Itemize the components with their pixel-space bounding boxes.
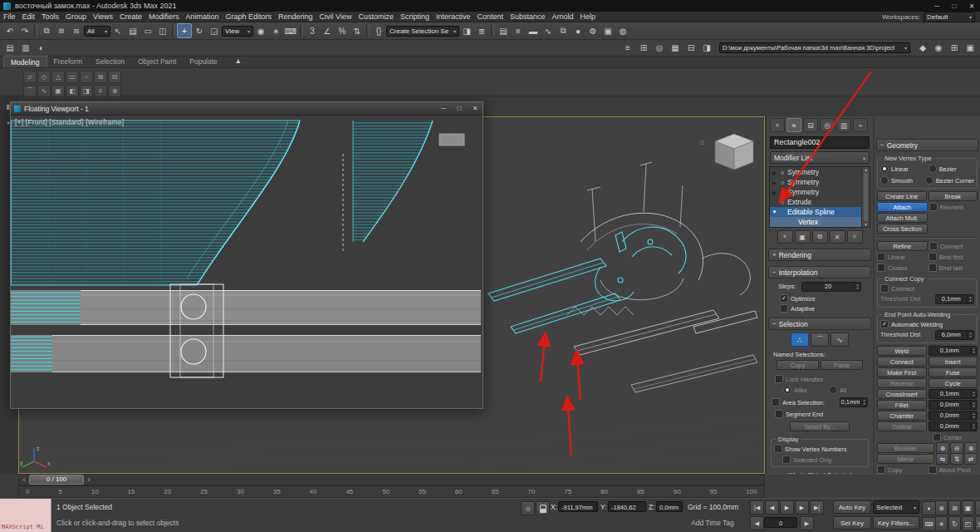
select-and-move-icon[interactable]: + bbox=[177, 23, 192, 38]
rectangular-selection-region-icon[interactable]: ▭ bbox=[140, 23, 155, 38]
ribbon-tool-icon[interactable]: ⌒ bbox=[23, 85, 37, 97]
floating-viewport-window[interactable]: Floating Viewport - 1 ─□✕ [+] [Front] [S… bbox=[10, 101, 483, 409]
ribbon-tab-populate[interactable]: Populate bbox=[183, 56, 224, 66]
alike-radio[interactable]: Alike bbox=[783, 386, 827, 394]
select-and-link-icon[interactable]: ⧉ bbox=[39, 23, 54, 38]
mirror-both-icon[interactable]: ⇄ bbox=[964, 453, 978, 465]
go-to-end-icon[interactable]: ▶| bbox=[810, 500, 824, 515]
fillet-spinner[interactable]: 0,0mm bbox=[929, 400, 978, 410]
use-pivot-center-icon[interactable]: ◉ bbox=[253, 23, 268, 38]
all-radio[interactable]: All bbox=[829, 386, 873, 394]
select-by-name-icon[interactable]: ▤ bbox=[125, 23, 140, 38]
display-floater-icon[interactable]: ▦ bbox=[668, 41, 683, 56]
menu-item-graph-editors[interactable]: Graph Editors bbox=[222, 12, 275, 21]
menu-item-file[interactable]: File bbox=[0, 12, 19, 21]
linear-checkbox[interactable]: Linear bbox=[877, 253, 927, 261]
percent-snap-icon[interactable]: % bbox=[335, 23, 350, 38]
current-frame-field[interactable]: 0 bbox=[764, 517, 797, 528]
center-checkbox[interactable]: Center bbox=[933, 433, 978, 441]
scene-states-icon[interactable]: ⊟ bbox=[684, 41, 698, 56]
adaptive-checkbox[interactable]: Adaptive bbox=[780, 304, 873, 313]
create-line-button[interactable]: Create Line bbox=[877, 191, 927, 201]
segment-mode-icon[interactable]: ⌒ bbox=[811, 332, 829, 347]
reference-coordinate-dropdown[interactable]: View bbox=[222, 26, 253, 37]
zoom-icon[interactable]: ⊕ bbox=[935, 500, 948, 515]
material-explorer-icon[interactable]: ◨ bbox=[699, 41, 714, 56]
select-and-manipulate-icon[interactable]: ∗ bbox=[268, 23, 283, 38]
selected-only-checkbox[interactable]: Selected Only bbox=[782, 456, 865, 464]
tab-utilities[interactable]: ⌁ bbox=[853, 118, 868, 132]
automatic-welding-checkbox[interactable]: Automatic Welding bbox=[880, 320, 974, 328]
modifier-stack-item[interactable]: ▶○Symmetry bbox=[770, 167, 861, 177]
selection-set-dropdown[interactable]: Selected bbox=[873, 500, 919, 514]
floating-window-titlebar[interactable]: Floating Viewport - 1 ─□✕ bbox=[11, 102, 483, 116]
select-by-button[interactable]: Select By... bbox=[790, 421, 850, 431]
bind-to-space-warp-icon[interactable]: ≋ bbox=[69, 23, 84, 38]
modifier-list-dropdown[interactable]: Modifier List bbox=[770, 151, 870, 164]
select-object-icon[interactable]: ↖ bbox=[110, 23, 125, 38]
fuse-button[interactable]: Fuse bbox=[929, 367, 978, 377]
remove-modifier-icon[interactable]: ✕ bbox=[830, 230, 845, 244]
make-unique-icon[interactable]: ⧉ bbox=[812, 230, 828, 244]
bezier-vertex-radio[interactable]: Bezier bbox=[929, 165, 975, 173]
outline-spinner[interactable]: 0,0mm bbox=[929, 421, 978, 431]
go-to-start-icon[interactable]: |◀ bbox=[750, 500, 764, 515]
previous-frame-icon[interactable]: ◀ bbox=[765, 500, 779, 515]
zoom-all-icon[interactable]: ⊞ bbox=[948, 500, 961, 515]
menu-item-rendering[interactable]: Rendering bbox=[275, 12, 316, 21]
angle-snap-icon[interactable]: ∠ bbox=[320, 23, 335, 38]
render-setup-icon[interactable]: ⚙ bbox=[586, 23, 600, 38]
vertex-mode-icon[interactable]: ∴ bbox=[791, 332, 809, 347]
mirror-horizontal-icon[interactable]: ⇆ bbox=[936, 453, 949, 465]
previous-key-icon[interactable]: ◀ bbox=[750, 516, 764, 530]
close-button[interactable]: ✕ bbox=[963, 0, 980, 12]
menu-item-tools[interactable]: Tools bbox=[38, 12, 62, 21]
schematic-view-icon[interactable]: ⧉ bbox=[556, 23, 571, 38]
reverse-button[interactable]: Reverse bbox=[877, 378, 927, 388]
edit-named-selection-sets-icon[interactable]: {} bbox=[371, 23, 386, 38]
segment-end-checkbox[interactable]: Segment End bbox=[775, 410, 873, 418]
tab-modify[interactable]: ≈ bbox=[786, 118, 801, 132]
tab-motion[interactable]: ◎ bbox=[820, 118, 835, 132]
modifier-stack-item[interactable]: Vertex bbox=[770, 217, 861, 227]
break-button[interactable]: Break bbox=[929, 191, 978, 201]
ribbon-tab-object-paint[interactable]: Object Paint bbox=[131, 56, 183, 66]
ribbon-tab-modeling[interactable]: Modeling bbox=[3, 56, 47, 67]
orbit-icon[interactable]: ↻ bbox=[948, 516, 961, 531]
rollout-rendering[interactable]: Rendering bbox=[768, 249, 871, 261]
chamfer-spinner[interactable]: 0,0mm bbox=[929, 411, 978, 421]
select-and-scale-icon[interactable]: ◲ bbox=[207, 23, 222, 38]
cross-insert-button[interactable]: CrossInsert bbox=[877, 389, 927, 399]
mirror-copy-checkbox[interactable]: Copy bbox=[877, 466, 927, 474]
boolean-button[interactable]: Boolean bbox=[877, 443, 934, 453]
keyboard-shortcut-toggle-icon[interactable]: ⌨ bbox=[922, 517, 936, 531]
isolate-selection-icon[interactable]: ◎ bbox=[521, 501, 535, 515]
toggle-ribbon-icon[interactable]: ▬ bbox=[526, 23, 541, 38]
play-icon[interactable]: ▶ bbox=[780, 500, 794, 515]
menu-item-animation[interactable]: Animation bbox=[182, 12, 222, 21]
spinner-snap-icon[interactable]: ⇅ bbox=[350, 23, 365, 38]
time-slider-handle[interactable]: 0 / 100 bbox=[29, 475, 84, 485]
menu-item-create[interactable]: Create bbox=[116, 12, 145, 21]
mirror-vertical-icon[interactable]: ⇅ bbox=[950, 453, 963, 465]
cross-section-button[interactable]: Cross Section bbox=[877, 224, 928, 234]
viewport-canvas-icon[interactable]: ◐ bbox=[34, 41, 49, 56]
connect-button[interactable]: Connect bbox=[877, 357, 927, 367]
maximize-viewport-toggle-icon[interactable]: ◱ bbox=[975, 516, 980, 531]
linear-vertex-radio[interactable]: Linear bbox=[880, 165, 927, 173]
ribbon-tool-icon[interactable]: ⊕ bbox=[108, 85, 121, 97]
show-end-result-icon[interactable]: ▣ bbox=[795, 230, 811, 244]
floating-close-button[interactable]: ✕ bbox=[468, 102, 483, 115]
selection-filter-dropdown[interactable]: All bbox=[84, 26, 110, 37]
viewcube[interactable]: ⌂ bbox=[700, 134, 753, 170]
isolate-icon[interactable]: ◎ bbox=[652, 41, 667, 56]
rollout-geometry[interactable]: Geometry bbox=[876, 139, 978, 151]
object-name-field[interactable]: Rectangle002 bbox=[770, 136, 870, 149]
outline-button[interactable]: Outline bbox=[877, 421, 927, 431]
smooth-vertex-radio[interactable]: Smooth bbox=[880, 176, 924, 185]
time-slider[interactable]: 0 / 100 bbox=[18, 474, 765, 485]
unlink-selection-icon[interactable]: ⧈ bbox=[54, 23, 69, 38]
menu-item-edit[interactable]: Edit bbox=[19, 12, 39, 21]
asset-tracking-icon[interactable]: ⊞ bbox=[947, 41, 962, 56]
boolean-subtract-icon[interactable]: ⊖ bbox=[950, 442, 963, 454]
